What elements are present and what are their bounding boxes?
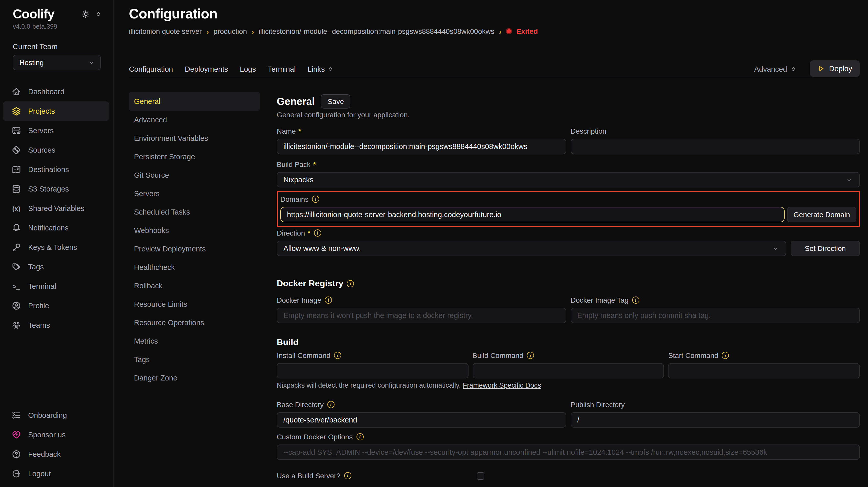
sidebar-item-logout[interactable]: Logout <box>3 464 109 483</box>
sidebar-item-sponsor[interactable]: Sponsor us <box>3 425 109 445</box>
required-marker: * <box>299 127 301 135</box>
current-team-label: Current Team <box>13 42 113 51</box>
subnav-item-resource-operations[interactable]: Resource Operations <box>129 313 260 332</box>
direction-select[interactable]: Allow www & non-www. <box>277 241 786 256</box>
sidebar-item-tags[interactable]: Tags <box>3 257 109 277</box>
set-direction-button[interactable]: Set Direction <box>791 241 860 256</box>
breadcrumb: illicitonion quote server › production ›… <box>129 27 860 35</box>
required-marker: * <box>308 229 310 237</box>
sidebar-item-servers[interactable]: Servers <box>3 121 109 140</box>
framework-docs-link[interactable]: Framework Specific Docs <box>463 381 541 389</box>
build-server-checkbox[interactable] <box>476 472 484 480</box>
sidebar-item-feedback[interactable]: Feedback <box>3 445 109 464</box>
subnav-item-danger-zone[interactable]: Danger Zone <box>129 369 260 387</box>
docker-image-tag-input[interactable] <box>570 308 860 323</box>
subnav-item-git-source[interactable]: Git Source <box>129 166 260 184</box>
build-command-input[interactable] <box>472 363 664 378</box>
docker-image-tag-field-group: Docker Image Tag i <box>570 295 860 323</box>
sidebar-footer-nav: Onboarding Sponsor us Feedback <box>0 406 113 487</box>
sidebar-collapse-icon[interactable] <box>95 10 102 18</box>
variables-icon: (x) <box>11 203 22 213</box>
subnav-item-resource-limits[interactable]: Resource Limits <box>129 295 260 313</box>
tab-terminal[interactable]: Terminal <box>268 65 296 73</box>
info-icon[interactable]: i <box>325 296 332 304</box>
subnav-item-scheduled-tasks[interactable]: Scheduled Tasks <box>129 203 260 221</box>
tab-links[interactable]: Links <box>307 65 334 73</box>
subnav-item-webhooks[interactable]: Webhooks <box>129 221 260 240</box>
subnav-item-preview-deployments[interactable]: Preview Deployments <box>129 240 260 258</box>
info-icon[interactable]: i <box>722 352 729 359</box>
deploy-button[interactable]: Deploy <box>810 60 860 77</box>
team-select[interactable]: Hosting <box>13 55 101 70</box>
sidebar-item-onboarding[interactable]: Onboarding <box>3 406 109 425</box>
save-button[interactable]: Save <box>321 94 351 109</box>
base-directory-input[interactable] <box>277 412 566 428</box>
info-icon[interactable]: i <box>632 296 639 304</box>
build-command-label: Build Command <box>472 351 523 360</box>
breadcrumb-application[interactable]: illicitestonion/-module--decomposition:m… <box>259 27 494 35</box>
breadcrumb-project[interactable]: illicitonion quote server <box>129 27 202 35</box>
base-directory-field-group: Base Directory i <box>277 400 566 428</box>
advanced-dropdown[interactable]: Advanced <box>754 65 796 73</box>
sidebar-item-projects[interactable]: Projects <box>3 102 109 121</box>
subnav-item-tags[interactable]: Tags <box>129 350 260 369</box>
sidebar-item-terminal[interactable]: >_ Terminal <box>3 277 109 296</box>
sidebar-item-label: Dashboard <box>28 88 64 96</box>
sidebar-item-label: Sponsor us <box>28 431 66 439</box>
build-server-label: Use a Build Server? <box>277 471 340 480</box>
info-icon[interactable]: i <box>312 196 319 203</box>
install-command-input[interactable] <box>277 363 468 378</box>
sidebar-item-sources[interactable]: Sources <box>3 140 109 160</box>
logout-icon <box>11 468 22 479</box>
tab-configuration[interactable]: Configuration <box>129 65 173 73</box>
publish-directory-input[interactable] <box>570 412 860 428</box>
subnav-item-environment-variables[interactable]: Environment Variables <box>129 129 260 147</box>
subnav-item-rollback[interactable]: Rollback <box>129 277 260 295</box>
build-pack-select[interactable]: Nixpacks <box>277 172 860 188</box>
subnav-item-persistent-storage[interactable]: Persistent Storage <box>129 147 260 166</box>
info-icon[interactable]: i <box>314 229 321 237</box>
name-input[interactable] <box>277 139 566 154</box>
sidebar-item-label: S3 Storages <box>28 185 69 193</box>
subnav-item-metrics[interactable]: Metrics <box>129 332 260 350</box>
domains-label: Domains <box>280 195 309 203</box>
sidebar-item-profile[interactable]: Profile <box>3 296 109 315</box>
sidebar-item-teams[interactable]: Teams <box>3 315 109 335</box>
domains-input[interactable] <box>280 207 785 222</box>
subnav-item-healthcheck[interactable]: Healthcheck <box>129 258 260 277</box>
info-icon[interactable]: i <box>527 352 534 359</box>
sidebar: Coolify v4.0.0-beta.399 Current Team Hos… <box>0 0 114 487</box>
subnav-item-servers[interactable]: Servers <box>129 184 260 203</box>
sidebar-item-keys-tokens[interactable]: Keys & Tokens <box>3 238 109 257</box>
docker-image-tag-label: Docker Image Tag <box>570 296 629 304</box>
theme-toggle-sun-icon[interactable] <box>81 10 90 19</box>
sidebar-item-dashboard[interactable]: Dashboard <box>3 82 109 102</box>
app-version: v4.0.0-beta.399 <box>13 23 113 30</box>
custom-docker-options-input[interactable] <box>277 445 860 460</box>
layers-icon <box>11 106 22 116</box>
info-icon[interactable]: i <box>328 401 335 408</box>
chevron-updown-icon <box>328 65 334 73</box>
tab-deployments[interactable]: Deployments <box>185 65 228 73</box>
custom-docker-options-field-group: Custom Docker Options i <box>277 432 860 460</box>
page-title: Configuration <box>129 6 860 22</box>
sidebar-item-notifications[interactable]: Notifications <box>3 218 109 238</box>
info-icon[interactable]: i <box>356 433 364 440</box>
info-icon[interactable]: i <box>334 352 341 359</box>
subnav-item-general[interactable]: General <box>129 92 260 111</box>
team-select-value: Hosting <box>20 58 44 66</box>
tab-logs[interactable]: Logs <box>240 65 256 73</box>
terminal-icon: >_ <box>11 281 22 291</box>
description-input[interactable] <box>570 139 860 154</box>
info-icon[interactable]: i <box>347 280 354 287</box>
start-command-input[interactable] <box>668 363 860 378</box>
info-icon[interactable]: i <box>344 472 351 479</box>
bell-icon <box>11 223 22 233</box>
sidebar-item-shared-variables[interactable]: (x) Shared Variables <box>3 199 109 218</box>
docker-image-input[interactable] <box>277 308 566 323</box>
sidebar-item-s3-storages[interactable]: S3 Storages <box>3 179 109 199</box>
sidebar-item-destinations[interactable]: Destinations <box>3 160 109 179</box>
breadcrumb-environment[interactable]: production <box>214 27 247 35</box>
generate-domain-button[interactable]: Generate Domain <box>787 207 856 222</box>
subnav-item-advanced[interactable]: Advanced <box>129 111 260 129</box>
